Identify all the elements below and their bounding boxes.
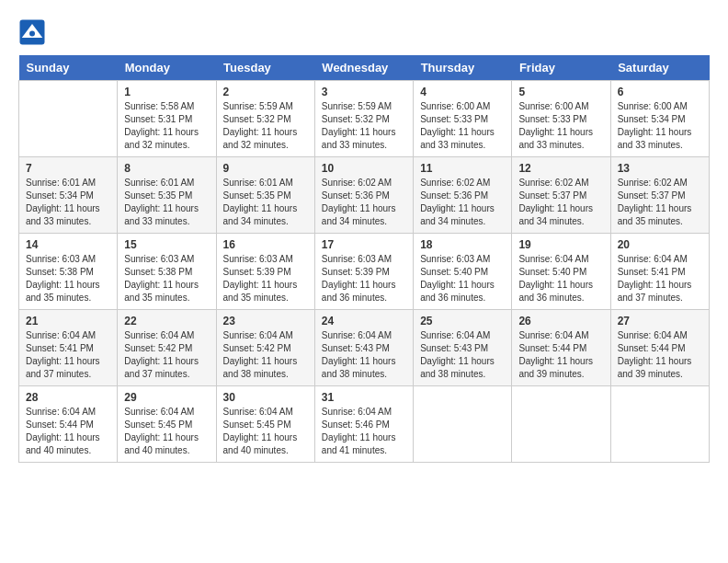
day-info: Sunrise: 6:04 AMSunset: 5:42 PMDaylight:… xyxy=(124,329,209,381)
day-info: Sunrise: 6:04 AMSunset: 5:45 PMDaylight:… xyxy=(124,406,209,457)
day-number: 28 xyxy=(26,391,110,404)
day-info: Sunrise: 5:59 AMSunset: 5:32 PMDaylight:… xyxy=(322,100,406,152)
day-info: Sunrise: 6:03 AMSunset: 5:40 PMDaylight:… xyxy=(420,253,505,304)
day-header: Sunday xyxy=(19,55,118,81)
day-number: 21 xyxy=(26,315,110,327)
day-info: Sunrise: 6:04 AMSunset: 5:43 PMDaylight:… xyxy=(420,329,505,381)
day-info: Sunrise: 6:02 AMSunset: 5:37 PMDaylight:… xyxy=(518,177,603,228)
calendar-cell: 21Sunrise: 6:04 AMSunset: 5:41 PMDayligh… xyxy=(19,310,118,386)
day-number: 20 xyxy=(618,238,702,251)
calendar-cell: 18Sunrise: 6:03 AMSunset: 5:40 PMDayligh… xyxy=(414,234,512,310)
calendar-cell: 12Sunrise: 6:02 AMSunset: 5:37 PMDayligh… xyxy=(512,157,610,234)
day-number: 23 xyxy=(223,315,308,327)
calendar-cell: 29Sunrise: 6:04 AMSunset: 5:45 PMDayligh… xyxy=(118,386,216,463)
svg-point-2 xyxy=(29,31,35,37)
day-number: 10 xyxy=(322,162,406,175)
calendar-cell: 7Sunrise: 6:01 AMSunset: 5:34 PMDaylight… xyxy=(19,157,118,234)
day-info: Sunrise: 6:04 AMSunset: 5:44 PMDaylight:… xyxy=(618,329,702,381)
day-number: 14 xyxy=(26,238,110,251)
calendar-cell: 25Sunrise: 6:04 AMSunset: 5:43 PMDayligh… xyxy=(414,310,512,386)
calendar-cell: 11Sunrise: 6:02 AMSunset: 5:36 PMDayligh… xyxy=(414,157,512,234)
day-info: Sunrise: 6:03 AMSunset: 5:39 PMDaylight:… xyxy=(223,253,308,304)
day-number: 11 xyxy=(420,162,505,175)
logo xyxy=(18,18,50,46)
calendar-cell: 6Sunrise: 6:00 AMSunset: 5:34 PMDaylight… xyxy=(610,81,709,157)
day-number: 7 xyxy=(26,162,110,175)
day-header: Saturday xyxy=(610,55,709,81)
day-header: Tuesday xyxy=(216,55,314,81)
day-number: 29 xyxy=(124,391,209,404)
day-info: Sunrise: 6:04 AMSunset: 5:41 PMDaylight:… xyxy=(26,329,110,381)
day-number: 27 xyxy=(618,315,702,327)
day-number: 3 xyxy=(322,86,406,98)
calendar-cell xyxy=(512,386,610,463)
calendar-cell: 23Sunrise: 6:04 AMSunset: 5:42 PMDayligh… xyxy=(216,310,314,386)
day-info: Sunrise: 6:04 AMSunset: 5:40 PMDaylight:… xyxy=(518,253,603,304)
calendar-cell: 30Sunrise: 6:04 AMSunset: 5:45 PMDayligh… xyxy=(216,386,314,463)
day-info: Sunrise: 6:04 AMSunset: 5:44 PMDaylight:… xyxy=(518,329,603,381)
day-number: 5 xyxy=(518,86,603,98)
calendar-week: 7Sunrise: 6:01 AMSunset: 5:34 PMDaylight… xyxy=(19,157,710,234)
calendar-table: SundayMondayTuesdayWednesdayThursdayFrid… xyxy=(18,55,710,463)
calendar-cell: 17Sunrise: 6:03 AMSunset: 5:39 PMDayligh… xyxy=(314,234,413,310)
day-header: Wednesday xyxy=(314,55,413,81)
calendar-cell: 8Sunrise: 6:01 AMSunset: 5:35 PMDaylight… xyxy=(118,157,216,234)
calendar-cell: 1Sunrise: 5:58 AMSunset: 5:31 PMDaylight… xyxy=(118,81,216,157)
calendar-week: 21Sunrise: 6:04 AMSunset: 5:41 PMDayligh… xyxy=(19,310,710,386)
day-info: Sunrise: 6:00 AMSunset: 5:33 PMDaylight:… xyxy=(518,100,603,152)
day-header: Friday xyxy=(512,55,610,81)
calendar-cell: 27Sunrise: 6:04 AMSunset: 5:44 PMDayligh… xyxy=(610,310,709,386)
logo-icon xyxy=(18,18,46,46)
day-number: 30 xyxy=(223,391,308,404)
day-header: Monday xyxy=(118,55,216,81)
day-info: Sunrise: 6:01 AMSunset: 5:34 PMDaylight:… xyxy=(26,177,110,228)
calendar-cell: 31Sunrise: 6:04 AMSunset: 5:46 PMDayligh… xyxy=(314,386,413,463)
day-number: 31 xyxy=(322,391,406,404)
day-number: 13 xyxy=(618,162,702,175)
day-info: Sunrise: 5:59 AMSunset: 5:32 PMDaylight:… xyxy=(223,100,308,152)
calendar-cell: 22Sunrise: 6:04 AMSunset: 5:42 PMDayligh… xyxy=(118,310,216,386)
day-info: Sunrise: 6:02 AMSunset: 5:36 PMDaylight:… xyxy=(322,177,406,228)
calendar-week: 1Sunrise: 5:58 AMSunset: 5:31 PMDaylight… xyxy=(19,81,710,157)
day-info: Sunrise: 6:02 AMSunset: 5:37 PMDaylight:… xyxy=(618,177,702,228)
calendar-cell: 16Sunrise: 6:03 AMSunset: 5:39 PMDayligh… xyxy=(216,234,314,310)
calendar-cell: 2Sunrise: 5:59 AMSunset: 5:32 PMDaylight… xyxy=(216,81,314,157)
calendar-cell: 3Sunrise: 5:59 AMSunset: 5:32 PMDaylight… xyxy=(314,81,413,157)
day-number: 22 xyxy=(124,315,209,327)
calendar-week: 14Sunrise: 6:03 AMSunset: 5:38 PMDayligh… xyxy=(19,234,710,310)
day-number: 8 xyxy=(124,162,209,175)
calendar-cell xyxy=(19,81,118,157)
day-number: 19 xyxy=(518,238,603,251)
calendar-cell: 19Sunrise: 6:04 AMSunset: 5:40 PMDayligh… xyxy=(512,234,610,310)
calendar-cell: 14Sunrise: 6:03 AMSunset: 5:38 PMDayligh… xyxy=(19,234,118,310)
calendar-cell: 26Sunrise: 6:04 AMSunset: 5:44 PMDayligh… xyxy=(512,310,610,386)
day-number: 1 xyxy=(124,86,209,98)
day-number: 9 xyxy=(223,162,308,175)
calendar-cell xyxy=(414,386,512,463)
day-info: Sunrise: 6:04 AMSunset: 5:46 PMDaylight:… xyxy=(322,406,406,457)
calendar-cell: 10Sunrise: 6:02 AMSunset: 5:36 PMDayligh… xyxy=(314,157,413,234)
calendar-cell: 9Sunrise: 6:01 AMSunset: 5:35 PMDaylight… xyxy=(216,157,314,234)
page-header xyxy=(18,18,710,46)
day-info: Sunrise: 6:04 AMSunset: 5:45 PMDaylight:… xyxy=(223,406,308,457)
day-header: Thursday xyxy=(414,55,512,81)
day-info: Sunrise: 6:00 AMSunset: 5:33 PMDaylight:… xyxy=(420,100,505,152)
day-number: 16 xyxy=(223,238,308,251)
day-info: Sunrise: 6:03 AMSunset: 5:38 PMDaylight:… xyxy=(124,253,209,304)
day-number: 4 xyxy=(420,86,505,98)
day-info: Sunrise: 6:03 AMSunset: 5:38 PMDaylight:… xyxy=(26,253,110,304)
day-info: Sunrise: 6:04 AMSunset: 5:42 PMDaylight:… xyxy=(223,329,308,381)
day-info: Sunrise: 6:01 AMSunset: 5:35 PMDaylight:… xyxy=(223,177,308,228)
day-info: Sunrise: 6:02 AMSunset: 5:36 PMDaylight:… xyxy=(420,177,505,228)
day-info: Sunrise: 6:00 AMSunset: 5:34 PMDaylight:… xyxy=(618,100,702,152)
day-info: Sunrise: 6:01 AMSunset: 5:35 PMDaylight:… xyxy=(124,177,209,228)
day-number: 6 xyxy=(618,86,702,98)
day-info: Sunrise: 6:04 AMSunset: 5:43 PMDaylight:… xyxy=(322,329,406,381)
day-number: 24 xyxy=(322,315,406,327)
calendar-cell: 24Sunrise: 6:04 AMSunset: 5:43 PMDayligh… xyxy=(314,310,413,386)
day-number: 2 xyxy=(223,86,308,98)
calendar-cell: 5Sunrise: 6:00 AMSunset: 5:33 PMDaylight… xyxy=(512,81,610,157)
day-number: 12 xyxy=(518,162,603,175)
day-number: 26 xyxy=(518,315,603,327)
calendar-week: 28Sunrise: 6:04 AMSunset: 5:44 PMDayligh… xyxy=(19,386,710,463)
